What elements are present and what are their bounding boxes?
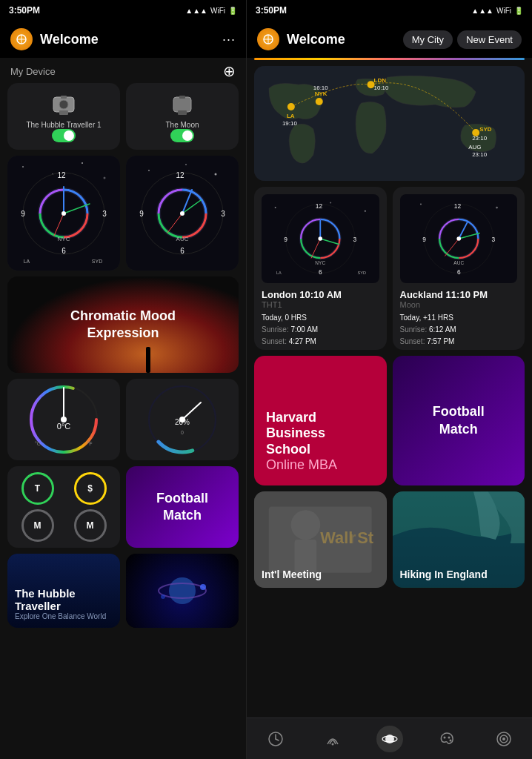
- left-status-icons: ▲▲▲ WiFi 🔋: [185, 7, 237, 15]
- svg-rect-5: [59, 110, 68, 115]
- right-clock-auckland[interactable]: 12 3 6 9 AUC Auckland 11:10 PM Moon: [393, 187, 525, 350]
- svg-text:SYD: SYD: [479, 126, 492, 133]
- more-options-icon[interactable]: ···: [222, 32, 236, 47]
- moon-toggle[interactable]: [170, 129, 194, 142]
- left-app-header: Welcome ···: [0, 21, 246, 58]
- svg-text:0: 0: [181, 430, 184, 435]
- right-app-title: Welcome: [287, 32, 399, 47]
- right-clock-london[interactable]: 12 3 6 9 NYC LA SYD Lond: [254, 187, 387, 350]
- battery-icon: 🔋: [228, 7, 237, 15]
- hiking-card[interactable]: Hiking In England: [393, 491, 525, 588]
- svg-text:12: 12: [453, 202, 461, 210]
- chromatic-mood-card[interactable]: Chromatic Mood Expression: [7, 276, 239, 373]
- svg-text:LA: LA: [287, 113, 295, 119]
- device-name-hubble: The Hubble Traveller 1: [26, 121, 101, 129]
- controls-football-row: T $ M M Football Match: [0, 466, 246, 554]
- device-card-moon[interactable]: The Moon: [126, 83, 239, 150]
- chromatic-row: Chromatic Mood Expression: [0, 276, 246, 379]
- hubble-toggle[interactable]: [52, 129, 76, 142]
- signal-icon: ▲▲▲: [185, 7, 207, 15]
- new-event-button[interactable]: New Event: [457, 30, 522, 49]
- space-card[interactable]: [126, 554, 239, 628]
- svg-text:°C: °C: [35, 441, 41, 446]
- harvard-card[interactable]: Harvard Business School Online MBA: [254, 356, 387, 485]
- controls-grid: T $ M M: [13, 472, 114, 542]
- left-football-text: Football Match: [156, 490, 208, 525]
- left-clock-grid: 12 3 6 9 NYC LA SYD: [0, 156, 246, 276]
- svg-text:9: 9: [422, 236, 426, 243]
- control-btn-m-top[interactable]: M: [21, 509, 54, 542]
- svg-point-39: [180, 211, 184, 216]
- svg-line-86: [311, 239, 320, 258]
- promo-row: Harvard Business School Online MBA Footb…: [254, 356, 525, 485]
- svg-point-77: [365, 211, 366, 212]
- svg-text:16:10: 16:10: [313, 84, 329, 91]
- right-content: LA 19:10 NYK 16:10 LDN 10:10 SYD 23:10 A…: [247, 66, 532, 588]
- svg-text:3: 3: [353, 236, 357, 243]
- hiking-label: Hiking In England: [400, 569, 488, 580]
- intl-meeting-card[interactable]: Wall St r Int'l Meeting: [254, 491, 387, 588]
- svg-point-92: [496, 207, 498, 209]
- gauge-row: 0°C °C °F 20% 0: [0, 379, 246, 466]
- device-card-hubble[interactable]: The Hubble Traveller 1: [7, 83, 120, 150]
- svg-line-50: [182, 402, 201, 420]
- wifi-icon: WiFi: [210, 7, 225, 15]
- svg-text:6: 6: [61, 247, 66, 255]
- device-cards-grid: The Hubble Traveller 1 The Moon: [0, 83, 246, 156]
- my-city-button[interactable]: My City: [403, 30, 453, 49]
- svg-text:9: 9: [21, 210, 25, 218]
- svg-text:AUC: AUC: [176, 236, 189, 242]
- control-btn-dollar[interactable]: $: [74, 472, 107, 505]
- hubble-title: The Hubble Traveller: [15, 587, 113, 612]
- device-name-moon: The Moon: [165, 121, 199, 129]
- world-map-card[interactable]: LA 19:10 NYK 16:10 LDN 10:10 SYD 23:10 A…: [254, 66, 525, 181]
- svg-line-22: [54, 213, 64, 236]
- left-clock-auc[interactable]: 12 3 6 9 AUC: [126, 156, 239, 271]
- nav-signal-icon[interactable]: [319, 726, 346, 752]
- add-device-button[interactable]: ⊕: [223, 62, 236, 80]
- svg-text:3: 3: [102, 210, 107, 218]
- svg-point-28: [185, 164, 187, 165]
- left-football-card[interactable]: Football Match: [126, 466, 239, 548]
- svg-point-57: [161, 594, 165, 599]
- left-clock-nyc[interactable]: 12 3 6 9 NYC LA SYD: [7, 156, 120, 271]
- nav-palette-icon[interactable]: [433, 726, 460, 752]
- svg-point-91: [420, 203, 422, 205]
- right-football-card[interactable]: Football Match: [393, 356, 525, 485]
- right-clock-row: 12 3 6 9 NYC LA SYD Lond: [254, 187, 525, 350]
- temp-gauge-card[interactable]: 0°C °C °F: [7, 379, 120, 460]
- svg-text:6: 6: [180, 247, 184, 255]
- nav-clock-icon[interactable]: [262, 726, 289, 752]
- right-football-text: Football Match: [433, 403, 485, 438]
- london-clock-detail: Today, 0 HRS Sunrise: 7:00 AM Sunset: 4:…: [262, 312, 379, 348]
- hubble-bottom-card[interactable]: The Hubble Traveller Explore One Balance…: [7, 554, 120, 628]
- svg-point-106: [291, 510, 321, 540]
- right-battery-icon: 🔋: [514, 7, 523, 15]
- svg-text:NYC: NYC: [58, 236, 70, 242]
- nav-planet-icon[interactable]: [376, 726, 403, 752]
- control-btn-t-green[interactable]: T: [21, 472, 54, 505]
- right-status-bar: 3:50PM ▲▲▲ WiFi 🔋: [247, 0, 532, 21]
- svg-point-118: [448, 736, 450, 738]
- svg-text:SYD: SYD: [92, 259, 102, 264]
- left-bottom-row: The Hubble Traveller Explore One Balance…: [0, 554, 246, 634]
- svg-text:23:10: 23:10: [472, 151, 488, 158]
- bottom-nav: [247, 717, 532, 759]
- percent-gauge-card[interactable]: 20% 0: [126, 379, 239, 460]
- right-status-time: 3:50PM: [256, 5, 287, 16]
- nav-target-icon[interactable]: [491, 726, 517, 752]
- svg-text:r: r: [350, 528, 356, 547]
- left-status-time: 3:50PM: [9, 5, 40, 16]
- right-panel: 3:50PM ▲▲▲ WiFi 🔋 Welcome My City New Ev…: [246, 0, 532, 759]
- hubble-subtitle: Explore One Balance World: [15, 612, 113, 620]
- svg-rect-9: [178, 110, 187, 115]
- svg-line-101: [445, 239, 459, 256]
- intl-meeting-label: Int'l Meeting: [262, 569, 322, 580]
- control-btn-m-bot[interactable]: M: [74, 509, 107, 542]
- svg-text:NYC: NYC: [315, 260, 325, 265]
- section-label-text: My Device: [10, 66, 56, 77]
- svg-point-76: [330, 202, 331, 204]
- moon-device-img: [164, 90, 200, 121]
- svg-point-87: [318, 236, 322, 241]
- chromatic-text: Chromatic Mood Expression: [70, 308, 176, 342]
